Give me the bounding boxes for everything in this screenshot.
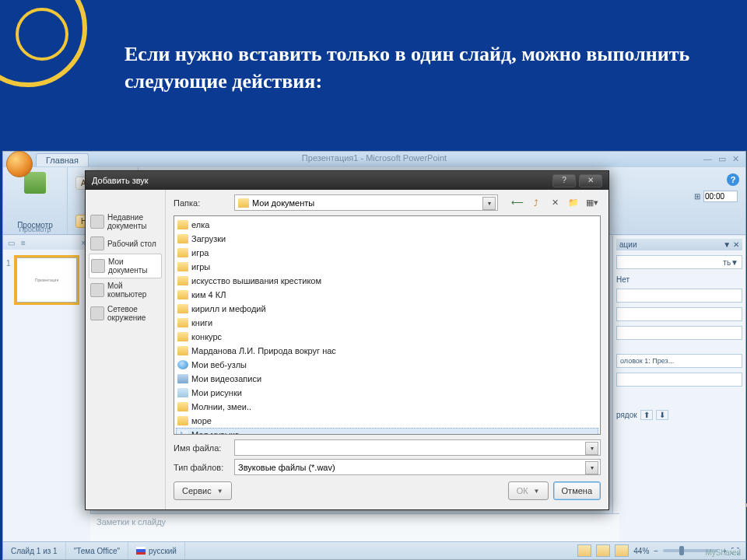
place-label: Недавние документы (107, 213, 160, 230)
task-select-2[interactable] (616, 307, 742, 321)
task-select-3[interactable] (616, 326, 742, 340)
folder-label: Папка: (174, 198, 228, 208)
folder-icon (177, 332, 188, 341)
minimize-icon[interactable]: — (703, 154, 712, 164)
slides-panel: ▭ ≡ × 1 Презентация (3, 236, 91, 542)
place-item[interactable]: Сетевое окружение (89, 302, 162, 325)
titlebar: 💾 ↶ ↷ ▾ Презентация1 - Microsoft PowerPo… (3, 152, 745, 167)
file-item[interactable]: Марданова Л.И. Природа вокруг нас (176, 344, 598, 358)
mus-icon (177, 430, 188, 435)
task-select-1[interactable] (616, 289, 742, 303)
task-pane: ации▼ ✕ ть ▼ Нет оловок 1: През... рядок… (612, 236, 745, 542)
insert-sound-dialog: Добавить звук ? ✕ Недавние документыРабо… (85, 170, 609, 510)
file-item[interactable]: Мои видеозаписи (176, 372, 598, 386)
file-item[interactable]: ким 4 КЛ (176, 288, 598, 302)
status-language[interactable]: русский (128, 542, 185, 559)
folder-icon (177, 248, 188, 257)
office-button[interactable] (6, 151, 33, 177)
file-name: Мои видеозаписи (191, 374, 261, 383)
file-name: Загрузки (191, 234, 226, 243)
move-up-icon[interactable]: ⬆ (640, 410, 653, 420)
delete-icon[interactable]: ✕ (546, 194, 563, 211)
filename-combo[interactable]: ▾ (234, 439, 601, 456)
task-select-5[interactable] (616, 373, 742, 387)
place-item[interactable]: Мой компьютер (89, 278, 162, 302)
preview-icon[interactable] (24, 172, 46, 194)
tools-button[interactable]: Сервис▼ (174, 481, 232, 500)
file-name: елка (191, 220, 209, 229)
file-name: Молнии, змеи.. (191, 402, 251, 411)
file-item[interactable]: море (176, 414, 598, 428)
status-slide: Слайд 1 из 1 (3, 542, 66, 559)
folder-icon (177, 304, 188, 313)
file-item[interactable]: конкурс (176, 330, 598, 344)
place-icon (90, 215, 104, 229)
notes-pane[interactable]: Заметки к слайду (90, 513, 619, 542)
file-item[interactable]: Загрузки (176, 232, 598, 246)
chevron-down-icon[interactable]: ▾ (482, 197, 496, 210)
dialog-titlebar[interactable]: Добавить звук ? ✕ (86, 171, 608, 190)
maximize-icon[interactable]: ▭ (718, 154, 726, 164)
file-list[interactable]: елкаЗагрузкииграигрыискусство вышивания … (174, 215, 601, 435)
new-folder-icon[interactable]: 📁 (565, 194, 582, 211)
file-item[interactable]: искусство вышивания крестиком (176, 274, 598, 288)
folder-icon (177, 262, 188, 271)
time-input[interactable] (703, 191, 738, 202)
file-item[interactable]: Мои рисунки (176, 386, 598, 400)
file-item[interactable]: кирилл и мефодий (176, 302, 598, 316)
file-item[interactable]: книги (176, 316, 598, 330)
file-item[interactable]: Моя музыка (176, 428, 598, 435)
task-dropdown[interactable]: ть ▼ (616, 255, 742, 269)
close-icon[interactable]: ✕ (732, 154, 739, 164)
file-item[interactable]: елка (176, 218, 598, 232)
folder-icon (177, 220, 188, 229)
file-item[interactable]: игры (176, 260, 598, 274)
tab-outline[interactable]: ≡ (21, 239, 26, 247)
task-title: ации (619, 240, 637, 249)
slide-thumbnail[interactable]: Презентация (16, 257, 77, 303)
zoom-value: 44% (633, 547, 649, 555)
status-theme: "Тема Office" (66, 542, 128, 559)
view-sorter-icon[interactable] (596, 544, 610, 557)
ok-button[interactable]: ОК▼ (508, 481, 549, 500)
file-item[interactable]: Молнии, змеи.. (176, 400, 598, 414)
file-name: Марданова Л.И. Природа вокруг нас (191, 346, 336, 355)
chevron-down-icon[interactable]: ▾ (585, 461, 598, 474)
folder-icon (177, 416, 188, 425)
vid-icon (177, 374, 188, 383)
dialog-help-button[interactable]: ? (552, 174, 576, 187)
file-name: Мои веб-узлы (191, 360, 247, 369)
filename-label: Имя файла: (174, 443, 228, 453)
folder-combo[interactable]: Мои документы ▾ (234, 194, 498, 211)
task-section-label: Нет (616, 275, 742, 284)
up-icon[interactable]: ⤴ (528, 194, 545, 211)
tab-slides[interactable]: ▭ (8, 239, 15, 247)
file-name: книги (191, 318, 212, 327)
place-item[interactable]: Рабочий стол (89, 233, 162, 254)
file-item[interactable]: Мои веб-узлы (176, 358, 598, 372)
place-item[interactable]: Мои документы (89, 254, 162, 278)
dialog-close-button[interactable]: ✕ (579, 174, 602, 187)
chevron-down-icon[interactable]: ▾ (585, 442, 598, 455)
filetype-label: Тип файлов: (174, 463, 228, 472)
file-name: игра (191, 248, 209, 257)
cancel-button[interactable]: Отмена (553, 481, 601, 500)
task-select-4[interactable]: оловок 1: През... (616, 354, 742, 368)
file-name: море (191, 416, 212, 425)
back-icon[interactable]: ⟵ (509, 194, 526, 211)
help-icon[interactable]: ? (727, 173, 739, 186)
place-item[interactable]: Недавние документы (89, 210, 162, 233)
places-bar: Недавние документыРабочий столМои докуме… (86, 190, 166, 509)
view-show-icon[interactable] (615, 544, 629, 557)
views-icon[interactable]: ▦▾ (584, 194, 601, 211)
place-icon (90, 306, 104, 320)
ornament (16, 8, 68, 61)
tab-home[interactable]: Главная (36, 153, 89, 166)
zoom-out-icon[interactable]: − (654, 547, 658, 555)
filetype-combo[interactable]: Звуковые файлы (*.wav) ▾ (234, 459, 601, 475)
view-normal-icon[interactable] (577, 544, 591, 557)
status-bar: Слайд 1 из 1 "Тема Office" русский 44% −… (3, 541, 745, 559)
folder-icon (177, 234, 188, 243)
move-down-icon[interactable]: ⬇ (656, 410, 668, 420)
file-item[interactable]: игра (176, 246, 598, 260)
